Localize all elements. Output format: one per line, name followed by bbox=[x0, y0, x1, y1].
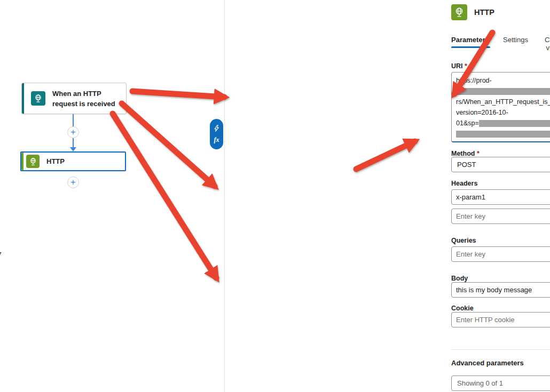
token-picker-pill: fx bbox=[210, 119, 223, 149]
cookie-input[interactable] bbox=[451, 312, 550, 327]
clipped-edge-text: 7 bbox=[0, 251, 2, 259]
header-key-input-empty[interactable] bbox=[451, 209, 550, 224]
http-request-icon bbox=[31, 91, 45, 106]
uri-text: https://prod- bbox=[456, 75, 492, 86]
connector-line bbox=[73, 114, 74, 127]
queries-label: Queries bbox=[451, 237, 476, 244]
panel-title: HTTP bbox=[474, 8, 494, 17]
advanced-parameters-dropdown[interactable]: Showing 0 of 1 bbox=[451, 375, 550, 391]
query-key-input[interactable] bbox=[451, 246, 550, 262]
tab-code-view[interactable]: Code view bbox=[545, 36, 550, 52]
insert-step-button[interactable]: + bbox=[67, 126, 79, 138]
action-config-panel: HTTP ⋮ ✕ Parameters Settings Code view T… bbox=[224, 0, 550, 392]
body-input[interactable] bbox=[451, 282, 550, 298]
connector-line bbox=[73, 138, 74, 148]
app-window: 7 When an HTTPrequest is received + HTTP… bbox=[0, 0, 550, 392]
tab-parameters[interactable]: Parameters bbox=[451, 36, 489, 44]
tab-settings[interactable]: Settings bbox=[503, 36, 528, 44]
uri-text: rs/When_an_HTTP_request_is_received/path… bbox=[456, 97, 550, 107]
redaction-bar bbox=[456, 88, 550, 95]
headers-label: Headers bbox=[451, 180, 477, 187]
uri-input[interactable]: https://prod- /trigge rs/When_an_HTTP_re… bbox=[451, 72, 550, 142]
body-label: Body bbox=[451, 275, 468, 282]
arrow-to-headers bbox=[122, 103, 215, 186]
method-label: Method * bbox=[451, 150, 480, 157]
http-globe-icon bbox=[451, 4, 467, 20]
uri-text: version=2016-10- bbox=[456, 107, 508, 118]
action-node-label: HTTP bbox=[46, 156, 65, 166]
advanced-parameters-label: Advanced parameters bbox=[451, 359, 524, 367]
arrow-to-body bbox=[113, 114, 216, 278]
fx-expression-icon[interactable]: fx bbox=[214, 136, 219, 144]
uri-text: 01&sp= bbox=[456, 118, 479, 129]
method-dropdown[interactable]: POST bbox=[451, 157, 550, 172]
uri-label: URI * bbox=[451, 62, 467, 70]
http-globe-icon bbox=[26, 155, 40, 168]
redaction-bar bbox=[456, 131, 550, 138]
insert-step-button[interactable]: + bbox=[67, 177, 79, 188]
action-node-http-selected[interactable]: HTTP bbox=[20, 151, 126, 171]
trigger-node-when-http-request-received[interactable]: When an HTTPrequest is received bbox=[21, 83, 127, 114]
cookie-label: Cookie bbox=[451, 305, 474, 312]
lightning-icon[interactable] bbox=[213, 125, 220, 132]
action-stripe bbox=[21, 153, 23, 170]
arrow-to-uri bbox=[132, 91, 224, 97]
connector-arrowhead bbox=[70, 147, 76, 151]
redaction-bar bbox=[479, 120, 550, 127]
section-divider bbox=[451, 349, 550, 350]
trigger-node-label: When an HTTPrequest is received bbox=[52, 89, 122, 109]
trigger-stripe bbox=[22, 83, 24, 114]
active-tab-indicator bbox=[451, 46, 490, 48]
header-key-input[interactable] bbox=[451, 189, 550, 205]
